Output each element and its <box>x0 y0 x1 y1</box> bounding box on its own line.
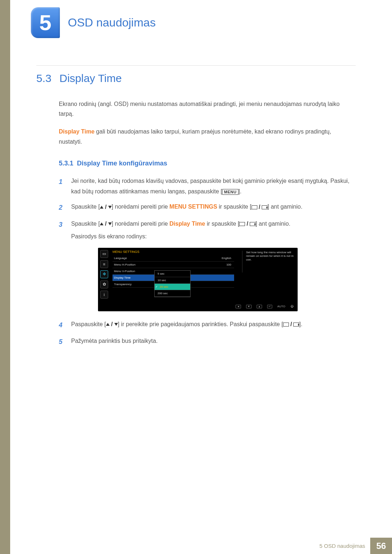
osd-nav-power-icon: ⏻ <box>290 305 293 308</box>
osd-dropdown-item-selected: 20 sec <box>155 284 190 290</box>
osd-row-hposition-value: 100 <box>226 263 231 266</box>
chapter-number-badge: 5 <box>31 7 60 38</box>
step-4-body: Paspauskite [/] ir pereikite prie pageid… <box>71 319 356 331</box>
osd-display-icon: ▭ <box>100 250 108 258</box>
section-number: 5.3 <box>36 72 52 85</box>
osd-row-hposition: Menu H-Position100 <box>113 262 234 268</box>
step-3-text-b: ] norėdami pereiti prie <box>112 221 170 227</box>
osd-row-displaytime-label: Display Time <box>114 276 131 279</box>
osd-dropdown-item-0: 5 sec <box>155 271 190 277</box>
menu-label-icon: MENU <box>222 189 238 195</box>
step-4-text-a: Paspauskite [ <box>71 321 106 327</box>
osd-nav-left-icon: ◄ <box>236 305 241 308</box>
step-1-text-b: ]. <box>238 188 242 194</box>
subsection-heading: 5.3.1 Display Time konfigūravimas <box>59 160 356 167</box>
osd-list-icon: ≡ <box>100 260 108 268</box>
step-2-body: Spauskite [/] norėdami pereiti prie MENU… <box>71 202 356 213</box>
step-3-text-a: Spauskite [ <box>71 221 100 227</box>
footer-text: 5 OSD naudojimas <box>319 543 370 549</box>
osd-row-hposition-label: Menu H-Position <box>114 263 135 266</box>
osd-sidebar: ▭ ≡ ✥ ✿ i <box>100 250 110 299</box>
up-down-arrows-icon: / <box>106 319 118 330</box>
osd-settings-icon: ✿ <box>100 280 108 288</box>
osd-row-language-value: English <box>222 257 231 260</box>
step-3-body: Spauskite [/] norėdami pereiti prie Disp… <box>71 219 356 242</box>
osd-dropdown: 5 sec 10 sec 20 sec 200 sec <box>154 270 191 297</box>
step-2-number: 2 <box>59 202 65 213</box>
step-3-text-c: ir spauskite [ <box>205 221 239 227</box>
section-title: Display Time <box>60 72 122 85</box>
step-2-text-a: Spauskite [ <box>71 204 100 210</box>
step-3-text-e: Pasirodys šis ekrano rodinys: <box>71 231 356 242</box>
step-1-text-a: Jei norite, kad būtų rodomas klavišų vad… <box>71 178 350 194</box>
section-heading: 5.3 Display Time <box>36 65 356 85</box>
osd-row-transparency-label: Transparency <box>114 283 132 286</box>
osd-row-language-label: Language <box>114 257 127 260</box>
osd-info-icon: i <box>100 291 108 299</box>
osd-nav-enter-icon: ↵ <box>267 305 272 308</box>
intro-p2-rest: gali būti naudojamas laiko tarpui, kuria… <box>59 128 331 144</box>
osd-position-icon: ✥ <box>100 270 108 278</box>
step-1: 1 Jei norite, kad būtų rodomas klavišų v… <box>59 176 356 197</box>
steps-list-continued: 4 Paspauskite [/] ir pereikite prie page… <box>59 319 356 348</box>
osd-dropdown-item-1: 10 sec <box>155 277 190 284</box>
step-2: 2 Spauskite [/] norėdami pereiti prie ME… <box>59 202 356 213</box>
step-5-number: 5 <box>59 336 65 348</box>
step-2-keyword: MENU SETTINGS <box>170 204 217 210</box>
page-side-stripe <box>0 0 10 554</box>
step-3-keyword: Display Time <box>170 221 205 227</box>
step-1-number: 1 <box>59 176 65 197</box>
step-3: 3 Spauskite [/] norėdami pereiti prie Di… <box>59 219 356 242</box>
osd-row-language: LanguageEnglish <box>113 255 234 262</box>
page-footer: 5 OSD naudojimas 56 <box>319 538 392 554</box>
osd-screenshot: ▭ ≡ ✥ ✿ i MENU SETTINGS LanguageEnglish … <box>98 248 298 311</box>
osd-row-vposition-label: Menu V-Position <box>114 270 135 273</box>
osd-bottom-bar: ◄ ▼ ▲ ↵ AUTO ⏻ <box>98 303 298 310</box>
osd-nav-auto-label: AUTO <box>277 305 285 308</box>
step-5: 5 Pažymėta parinktis bus pritaikyta. <box>59 336 356 348</box>
osd-dropdown-item-3: 200 sec <box>155 290 190 297</box>
main-content: 5.3 Display Time Ekrano rodinių (angl. O… <box>36 65 356 353</box>
up-down-arrows-icon: / <box>100 219 111 229</box>
enter-button-icon: / <box>239 219 255 229</box>
chapter-header: 5 OSD naudojimas <box>31 7 156 38</box>
step-1-body: Jei norite, kad būtų rodomas klavišų vad… <box>71 176 356 197</box>
step-4-text-b: ] ir pereikite prie pageidaujamos parink… <box>118 321 283 327</box>
osd-nav-down-icon: ▼ <box>246 305 252 308</box>
enter-button-icon: / <box>252 202 268 213</box>
step-3-number: 3 <box>59 219 65 242</box>
step-2-text-c: ir spauskite [ <box>217 204 251 210</box>
osd-nav-up-icon: ▲ <box>257 305 262 308</box>
intro-p2-keyword: Display Time <box>59 128 94 135</box>
up-down-arrows-icon: / <box>100 202 111 213</box>
footer-page-number: 56 <box>370 538 392 554</box>
steps-list: 1 Jei norite, kad būtų rodomas klavišų v… <box>59 176 356 242</box>
step-4: 4 Paspauskite [/] ir pereikite prie page… <box>59 319 356 331</box>
osd-hint-text: Set how long the menu window will remain… <box>242 251 295 272</box>
step-2-text-d: ] ant gaminio. <box>268 204 302 210</box>
intro-paragraph-1: Ekrano rodinių (angl. OSD) meniu nustato… <box>59 99 356 119</box>
step-4-number: 4 <box>59 319 65 331</box>
step-2-text-b: ] norėdami pereiti prie <box>112 204 170 210</box>
chapter-title: OSD naudojimas <box>68 16 156 29</box>
step-4-text-c: ]. <box>299 321 302 327</box>
intro-paragraph-2: Display Time gali būti naudojamas laiko … <box>59 127 356 146</box>
step-3-text-d: ] ant gaminio. <box>256 221 290 227</box>
osd-panel-title: MENU SETTINGS <box>113 250 234 254</box>
step-5-body: Pažymėta parinktis bus pritaikyta. <box>71 336 356 348</box>
subsection-title: Display Time konfigūravimas <box>77 160 167 167</box>
subsection-number: 5.3.1 <box>59 160 73 167</box>
enter-button-icon: / <box>283 319 299 330</box>
